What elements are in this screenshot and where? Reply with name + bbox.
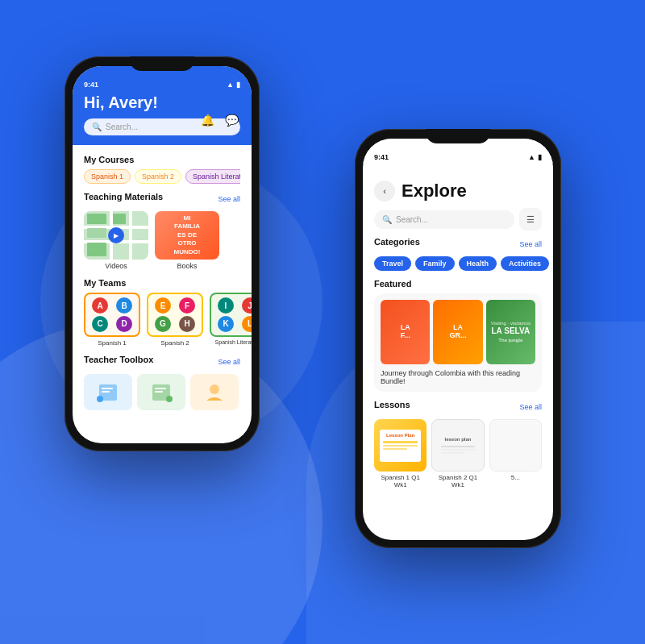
team-spanish1-avatars: A B C D (84, 293, 140, 337)
phone2-search-placeholder: Search... (396, 215, 428, 224)
categories-chips: Travel Family Health Activities (374, 256, 542, 271)
svg-rect-2 (102, 391, 110, 393)
back-button[interactable]: ‹ (374, 181, 395, 202)
chip-travel[interactable]: Travel (374, 256, 411, 271)
course-chip-spanish2[interactable]: Spanish 2 (135, 169, 181, 184)
phone2-header: ‹ Explore (363, 163, 553, 208)
teacher-toolbox-title: Teacher Toolbox (84, 355, 153, 364)
phone2-search-row: 🔍 Search... ☰ (363, 208, 553, 237)
avatar-2: B (116, 297, 132, 314)
team-spanish2[interactable]: E F G H Spanish 2 (147, 293, 203, 347)
lesson-card-3[interactable]: 5... (489, 419, 542, 488)
featured-book-1: LAF... (381, 300, 430, 364)
featured-title: Featured (374, 279, 542, 289)
phones-container: 9:41 ▲ ▮ Hi, Avery! 🔔 💬 🔍 Search... (16, 24, 629, 621)
phone2-screen: 9:41 ▲ ▮ ‹ Explore 🔍 Search... (363, 139, 553, 540)
video-thumb: ▶ (84, 211, 148, 260)
team-spanish2-label: Spanish 2 (147, 339, 203, 347)
lessons-title: Lessons (374, 400, 410, 409)
phone2-body: Categories See all Travel Family Health … (363, 237, 553, 488)
team-spanish1[interactable]: A B C D Spanish 1 (84, 293, 140, 347)
lessons-header: Lessons See all (374, 400, 542, 414)
avatar-1: A (92, 297, 108, 314)
lesson-card-2[interactable]: lesson plan Spanish 2 Q1 Wk1 (431, 419, 484, 488)
lessons-see-all[interactable]: See all (519, 403, 542, 411)
lesson-label-2: Spanish 2 Q1 Wk1 (431, 474, 484, 488)
toolbox-items (84, 374, 240, 410)
team-spanishlit-avatars: I J K L (210, 293, 252, 337)
book-thumb: MIFAMILIAES DEOTROMUNDO! (155, 211, 219, 260)
chip-activities[interactable]: Activities (501, 256, 549, 271)
svg-point-7 (166, 396, 173, 402)
phone1-notch (130, 56, 194, 71)
featured-book-2: LAGR... (433, 300, 482, 364)
materials-grid: ▶ Videos MIFAMILIAES DEOTROMUNDO! (84, 211, 240, 270)
toolbox-item-3[interactable] (190, 374, 239, 410)
book-label: Books (155, 262, 219, 270)
back-arrow-icon: ‹ (383, 186, 386, 196)
battery2-icon: ▮ (538, 153, 542, 161)
phone1-screen: 9:41 ▲ ▮ Hi, Avery! 🔔 💬 🔍 Search... (73, 66, 252, 443)
phone2-status-icons: ▲ ▮ (528, 153, 542, 161)
featured-books: LAF... LAGR... Visiting · visitamos LA S… (381, 300, 535, 364)
wifi2-icon: ▲ (528, 153, 535, 161)
teacher-toolbox-see-all[interactable]: See all (218, 358, 240, 366)
phone1-greeting: Hi, Avery! (84, 93, 240, 112)
chip-health[interactable]: Health (459, 256, 497, 271)
phone1-status-icons: ▲ ▮ (227, 81, 240, 89)
lesson-label-3: 5... (489, 474, 542, 481)
phone2-title: Explore (402, 181, 467, 202)
featured-card[interactable]: LAF... LAGR... Visiting · visitamos LA S… (374, 293, 542, 392)
my-teams-title: My Teams (84, 278, 240, 288)
course-chips: Spanish 1 Spanish 2 Spanish Literatu... (84, 169, 240, 184)
course-chip-spanish-lit[interactable]: Spanish Literatu... (185, 169, 240, 184)
avatar-11: K (218, 316, 234, 332)
video-label: Videos (84, 262, 148, 270)
phone1-status-time: 9:41 (84, 81, 98, 89)
lessons-grid: Lesson Plan Spanish 1 Q1 Wk1 lesson plan (374, 419, 542, 488)
phone2-search-bar[interactable]: 🔍 Search... (374, 210, 514, 229)
lesson-card-1[interactable]: Lesson Plan Spanish 1 Q1 Wk1 (374, 419, 427, 488)
phone1-header: Hi, Avery! 🔔 💬 🔍 Search... (73, 90, 252, 145)
phone1-body: My Courses Spanish 1 Spanish 2 Spanish L… (73, 145, 252, 417)
team-spanishlit-label: Spanish Literature (210, 339, 252, 345)
toolbox-item-2[interactable] (137, 374, 185, 410)
phone2-search-icon: 🔍 (382, 215, 392, 224)
phone-2: 9:41 ▲ ▮ ‹ Explore 🔍 Search... (355, 129, 561, 548)
battery-icon: ▮ (236, 81, 240, 89)
toolbox-item-1[interactable] (84, 374, 132, 410)
team-spanish1-label: Spanish 1 (84, 339, 140, 347)
material-videos[interactable]: ▶ Videos (84, 211, 148, 270)
featured-book-3: Visiting · visitamos LA SELVA The jungle (486, 300, 535, 364)
teaching-materials-header: Teaching Materials See all (84, 192, 240, 206)
svg-rect-1 (102, 388, 113, 389)
categories-see-all[interactable]: See all (519, 240, 542, 248)
material-books[interactable]: MIFAMILIAES DEOTROMUNDO! Books (155, 211, 219, 270)
lesson-label-1: Spanish 1 Q1 Wk1 (374, 474, 427, 488)
teacher-toolbox-header: Teacher Toolbox See all (84, 355, 240, 369)
team-spanish-lit[interactable]: I J K L Spanish Literature (210, 293, 252, 347)
avatar-5: E (155, 297, 171, 314)
svg-point-3 (97, 396, 103, 402)
avatar-4: D (116, 316, 132, 332)
phone2-notch (426, 129, 490, 143)
message-icon[interactable]: 💬 (223, 111, 240, 129)
lesson-thumb-2: lesson plan (431, 419, 484, 472)
chip-family[interactable]: Family (415, 256, 455, 271)
avatar-9: I (218, 297, 234, 314)
svg-rect-6 (155, 391, 163, 393)
avatar-10: J (242, 297, 252, 314)
wifi-icon: ▲ (227, 81, 234, 89)
lesson-thumb-3 (489, 419, 542, 472)
featured-description: Journey through Colombia with this readi… (381, 369, 535, 385)
phone1-search-placeholder: Search... (106, 123, 138, 131)
filter-button[interactable]: ☰ (519, 208, 542, 231)
course-chip-spanish1[interactable]: Spanish 1 (84, 169, 131, 184)
avatar-12: L (242, 316, 252, 332)
categories-title: Categories (374, 237, 420, 247)
team-spanish2-avatars: E F G H (147, 293, 203, 337)
teaching-materials-see-all[interactable]: See all (218, 195, 240, 203)
bell-icon[interactable]: 🔔 (198, 111, 216, 129)
phone-1: 9:41 ▲ ▮ Hi, Avery! 🔔 💬 🔍 Search... (64, 56, 260, 451)
filter-icon: ☰ (526, 214, 535, 225)
